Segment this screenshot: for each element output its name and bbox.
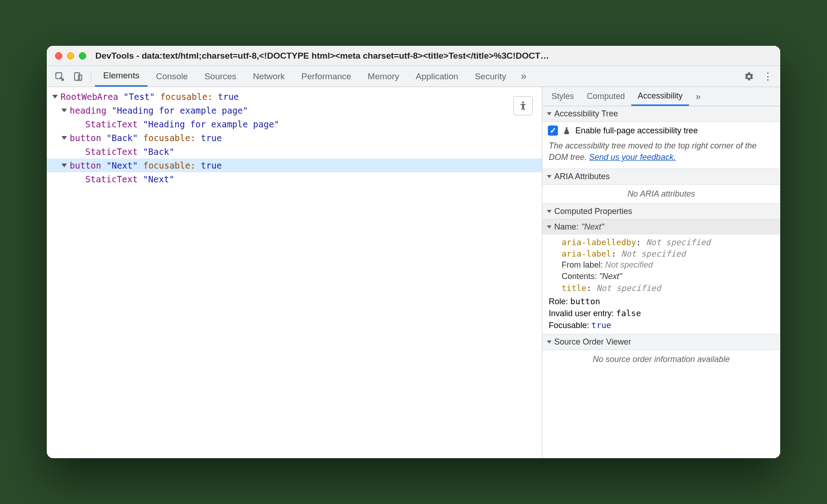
sidebar-panel: Styles Computed Accessibility » Accessib…: [542, 87, 780, 458]
enable-full-tree-checkbox-row[interactable]: ✓ Enable full-page accessibility tree: [542, 122, 780, 139]
settings-gear-icon[interactable]: [740, 66, 758, 87]
close-window-button[interactable]: [55, 52, 62, 60]
window-controls: [55, 52, 86, 60]
devtools-window: DevTools - data:text/html;charset=utf-8,…: [47, 46, 780, 458]
svg-point-3: [522, 102, 524, 104]
prop-invalid-user-entry: Invalid user entry: false: [542, 307, 780, 319]
flask-icon: [562, 126, 571, 135]
prop-aria-labelledby: aria-labelledby: Not specified: [549, 236, 774, 248]
tab-security[interactable]: Security: [467, 66, 515, 87]
tree-row[interactable]: StaticText "Next": [47, 172, 542, 186]
tab-console[interactable]: Console: [148, 66, 196, 87]
computed-properties-body: aria-labelledby: Not specified aria-labe…: [542, 235, 780, 296]
source-order-empty-text: No source order information available: [542, 350, 780, 369]
prop-contents: Contents: "Next": [549, 271, 774, 282]
checkbox-label: Enable full-page accessibility tree: [575, 126, 698, 136]
tab-network[interactable]: Network: [245, 66, 293, 87]
expand-caret-icon[interactable]: [61, 136, 67, 140]
inspect-element-icon[interactable]: [50, 66, 69, 87]
prop-focusable: Focusable: true: [542, 319, 780, 334]
tab-application[interactable]: Application: [408, 66, 467, 87]
computed-name-header[interactable]: Name: "Next": [542, 219, 780, 235]
tree-hint-text: The accessibility tree moved to the top …: [542, 139, 780, 169]
chevron-down-icon: [547, 340, 551, 344]
content-area: RootWebArea "Test" focusable: true headi…: [47, 87, 780, 458]
device-toolbar-icon[interactable]: [69, 66, 87, 87]
titlebar: DevTools - data:text/html;charset=utf-8,…: [47, 46, 780, 66]
svg-rect-2: [78, 75, 82, 80]
aria-empty-text: No ARIA attributes: [542, 185, 780, 203]
accessibility-tree-panel: RootWebArea "Test" focusable: true headi…: [47, 87, 542, 458]
tab-sources[interactable]: Sources: [196, 66, 245, 87]
main-toolbar: Elements Console Sources Network Perform…: [47, 66, 780, 87]
tree-row[interactable]: StaticText "Back": [47, 145, 542, 159]
sidetab-computed[interactable]: Computed: [580, 87, 631, 106]
section-aria-attributes[interactable]: ARIA Attributes: [542, 169, 780, 185]
expand-caret-icon[interactable]: [61, 109, 67, 112]
tree-row[interactable]: StaticText "Heading for example page": [47, 117, 542, 131]
more-sidetabs-icon[interactable]: »: [689, 87, 707, 106]
tab-performance[interactable]: Performance: [293, 66, 359, 87]
tree-row[interactable]: heading "Heading for example page": [47, 104, 542, 117]
zoom-window-button[interactable]: [79, 52, 86, 60]
window-title: DevTools - data:text/html;charset=utf-8,…: [95, 51, 772, 61]
tab-elements[interactable]: Elements: [95, 66, 148, 87]
expand-caret-icon[interactable]: [61, 164, 67, 167]
more-tabs-icon[interactable]: »: [514, 66, 533, 87]
feedback-link[interactable]: Send us your feedback.: [589, 153, 676, 162]
svg-rect-1: [75, 72, 80, 80]
tree-row[interactable]: RootWebArea "Test" focusable: true: [47, 90, 542, 104]
expand-caret-icon[interactable]: [52, 95, 58, 99]
chevron-down-icon: [547, 225, 551, 229]
chevron-down-icon: [547, 210, 551, 213]
section-computed-properties[interactable]: Computed Properties: [542, 203, 780, 219]
accessibility-badge-icon[interactable]: [513, 96, 533, 115]
section-accessibility-tree[interactable]: Accessibility Tree: [542, 106, 780, 122]
prop-role: Role: button: [542, 296, 780, 307]
chevron-down-icon: [547, 112, 551, 115]
sidetab-styles[interactable]: Styles: [545, 87, 580, 106]
prop-from-label: From label: Not specified: [549, 259, 774, 271]
chevron-down-icon: [547, 175, 551, 178]
minimize-window-button[interactable]: [67, 52, 74, 60]
checkbox-checked-icon[interactable]: ✓: [548, 126, 558, 136]
prop-aria-label: aria-label: Not specified: [549, 248, 774, 259]
kebab-menu-icon[interactable]: ⋮: [758, 66, 777, 87]
tab-memory[interactable]: Memory: [359, 66, 408, 87]
separator: [91, 71, 91, 82]
sidebar-tabs: Styles Computed Accessibility »: [542, 87, 780, 106]
sidetab-accessibility[interactable]: Accessibility: [631, 87, 689, 106]
prop-title: title: Not specified: [549, 282, 774, 294]
tree-row-selected[interactable]: button "Next" focusable: true: [47, 159, 542, 172]
tree-row[interactable]: button "Back" focusable: true: [47, 131, 542, 145]
section-source-order-viewer[interactable]: Source Order Viewer: [542, 334, 780, 350]
